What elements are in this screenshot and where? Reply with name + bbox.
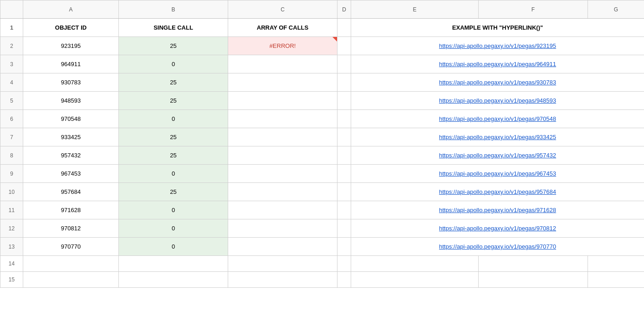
cell-g14[interactable] [588,256,644,272]
hyperlink-7[interactable]: https://api-apollo.pegaxy.io/v1/pegas/93… [439,134,556,140]
cell-e8[interactable]: https://api-apollo.pegaxy.io/v1/pegas/95… [351,146,644,165]
cell-d7[interactable] [337,128,351,146]
cell-a6[interactable]: 970548 [23,110,119,128]
cell-e6[interactable]: https://api-apollo.pegaxy.io/v1/pegas/97… [351,110,644,128]
cell-b15[interactable] [119,272,228,288]
cell-e11[interactable]: https://api-apollo.pegaxy.io/v1/pegas/97… [351,201,644,219]
col-header-a[interactable]: A [23,0,119,19]
cell-b6[interactable]: 0 [119,110,228,128]
cell-c3[interactable] [228,55,337,73]
hyperlink-11[interactable]: https://api-apollo.pegaxy.io/v1/pegas/97… [439,207,556,213]
cell-e9[interactable]: https://api-apollo.pegaxy.io/v1/pegas/96… [351,165,644,183]
col-header-f[interactable]: F [479,0,588,19]
cell-d10[interactable] [337,183,351,201]
cell-d14[interactable] [337,256,351,272]
col-header-e[interactable]: E [351,0,479,19]
cell-c10[interactable] [228,183,337,201]
cell-a3[interactable]: 964911 [23,55,119,73]
hyperlink-13[interactable]: https://api-apollo.pegaxy.io/v1/pegas/97… [439,243,556,250]
cell-e3[interactable]: https://api-apollo.pegaxy.io/v1/pegas/96… [351,55,644,73]
cell-e2[interactable]: https://api-apollo.pegaxy.io/v1/pegas/92… [351,37,644,55]
col-header-d[interactable]: D [337,0,351,19]
cell-b13[interactable]: 0 [119,238,228,256]
cell-a8[interactable]: 957432 [23,146,119,165]
cell-b8[interactable]: 25 [119,146,228,165]
hyperlink-3[interactable]: https://api-apollo.pegaxy.io/v1/pegas/96… [439,61,556,68]
cell-a14[interactable] [23,256,119,272]
cell-e4[interactable]: https://api-apollo.pegaxy.io/v1/pegas/93… [351,73,644,92]
cell-a13[interactable]: 970770 [23,238,119,256]
cell-a15[interactable] [23,272,119,288]
col-header-g[interactable]: G [588,0,644,19]
cell-d6[interactable] [337,110,351,128]
cell-f15[interactable] [479,272,588,288]
cell-c4[interactable] [228,73,337,92]
cell-b1[interactable]: SINGLE CALL [119,19,228,37]
cell-b4[interactable]: 25 [119,73,228,92]
cell-e5[interactable]: https://api-apollo.pegaxy.io/v1/pegas/94… [351,92,644,110]
cell-d12[interactable] [337,219,351,238]
cell-c13[interactable] [228,238,337,256]
cell-c15[interactable] [228,272,337,288]
hyperlink-9[interactable]: https://api-apollo.pegaxy.io/v1/pegas/96… [439,170,556,177]
hyperlink-8[interactable]: https://api-apollo.pegaxy.io/v1/pegas/95… [439,152,556,159]
cell-b11[interactable]: 0 [119,201,228,219]
cell-f14[interactable] [479,256,588,272]
cell-c11[interactable] [228,201,337,219]
cell-d15[interactable] [337,272,351,288]
cell-c2[interactable]: #ERROR! [228,37,337,55]
cell-a10[interactable]: 957684 [23,183,119,201]
cell-c14[interactable] [228,256,337,272]
cell-b2[interactable]: 25 [119,37,228,55]
cell-c9[interactable] [228,165,337,183]
hyperlink-5[interactable]: https://api-apollo.pegaxy.io/v1/pegas/94… [439,97,556,104]
cell-a2[interactable]: 923195 [23,37,119,55]
hyperlink-10[interactable]: https://api-apollo.pegaxy.io/v1/pegas/95… [439,188,556,195]
cell-d11[interactable] [337,201,351,219]
cell-b9[interactable]: 0 [119,165,228,183]
rownum-1: 1 [0,19,23,37]
hyperlink-6[interactable]: https://api-apollo.pegaxy.io/v1/pegas/97… [439,115,556,122]
cell-e14[interactable] [351,256,479,272]
col-header-c[interactable]: C [228,0,337,19]
cell-e12[interactable]: https://api-apollo.pegaxy.io/v1/pegas/97… [351,219,644,238]
cell-b3[interactable]: 0 [119,55,228,73]
cell-b10[interactable]: 25 [119,183,228,201]
cell-a5[interactable]: 948593 [23,92,119,110]
cell-a11[interactable]: 971628 [23,201,119,219]
cell-d5[interactable] [337,92,351,110]
col-header-b[interactable]: B [119,0,228,19]
cell-a4[interactable]: 930783 [23,73,119,92]
cell-g15[interactable] [588,272,644,288]
cell-d2[interactable] [337,37,351,55]
cell-c8[interactable] [228,146,337,165]
cell-e7[interactable]: https://api-apollo.pegaxy.io/v1/pegas/93… [351,128,644,146]
cell-b7[interactable]: 25 [119,128,228,146]
cell-d13[interactable] [337,238,351,256]
cell-a1[interactable]: OBJECT ID [23,19,119,37]
cell-d4[interactable] [337,73,351,92]
cell-e13[interactable]: https://api-apollo.pegaxy.io/v1/pegas/97… [351,238,644,256]
cell-e10[interactable]: https://api-apollo.pegaxy.io/v1/pegas/95… [351,183,644,201]
cell-e1[interactable]: EXAMPLE WITH "HYPERLINK()" [351,19,644,37]
cell-a7[interactable]: 933425 [23,128,119,146]
cell-c6[interactable] [228,110,337,128]
cell-a12[interactable]: 970812 [23,219,119,238]
cell-d8[interactable] [337,146,351,165]
cell-c12[interactable] [228,219,337,238]
cell-d1[interactable] [337,19,351,37]
hyperlink-4[interactable]: https://api-apollo.pegaxy.io/v1/pegas/93… [439,79,556,86]
hyperlink-12[interactable]: https://api-apollo.pegaxy.io/v1/pegas/97… [439,225,556,232]
cell-d3[interactable] [337,55,351,73]
cell-c1[interactable]: ARRAY OF CALLS [228,19,337,37]
cell-d9[interactable] [337,165,351,183]
cell-a9[interactable]: 967453 [23,165,119,183]
row-1: 1 OBJECT ID SINGLE CALL ARRAY OF CALLS E… [0,19,644,37]
cell-e15[interactable] [351,272,479,288]
hyperlink-2[interactable]: https://api-apollo.pegaxy.io/v1/pegas/92… [439,42,556,49]
cell-c5[interactable] [228,92,337,110]
cell-b12[interactable]: 0 [119,219,228,238]
cell-b14[interactable] [119,256,228,272]
cell-c7[interactable] [228,128,337,146]
cell-b5[interactable]: 25 [119,92,228,110]
